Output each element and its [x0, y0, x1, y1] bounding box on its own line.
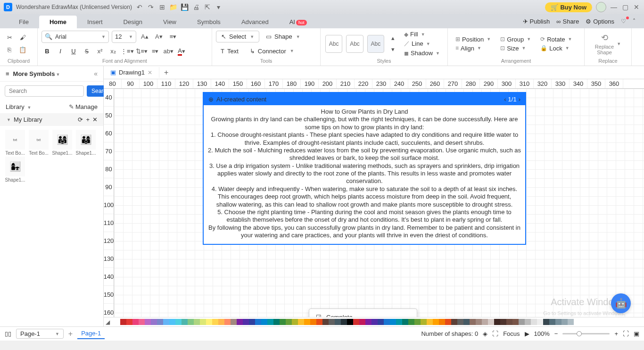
focus-button[interactable]: Focus — [503, 330, 520, 337]
share-button[interactable]: ∞Share — [556, 18, 579, 25]
color-swatch[interactable] — [114, 319, 120, 325]
font-color-icon[interactable]: A▾ — [176, 46, 187, 57]
color-swatch[interactable] — [231, 319, 237, 325]
presentation-icon[interactable]: ▶ — [525, 330, 529, 337]
color-swatch[interactable] — [157, 319, 163, 325]
color-swatch[interactable] — [402, 319, 408, 325]
replace-shape-button[interactable]: ⟲ Replace Shape — [595, 33, 614, 55]
tab-insert[interactable]: Insert — [77, 16, 113, 28]
color-swatch[interactable] — [463, 319, 470, 325]
color-swatch[interactable] — [182, 319, 188, 325]
color-swatch[interactable] — [200, 319, 206, 325]
color-swatch[interactable] — [273, 319, 280, 325]
ai-next-icon[interactable]: › — [519, 96, 520, 103]
document-tab[interactable]: ▣ Drawing1 ✕ — [104, 67, 159, 78]
bold-icon[interactable]: B — [41, 46, 53, 57]
shape-item[interactable]: 👩‍👧Shape1... — [4, 157, 26, 183]
open-icon[interactable]: 📁 — [170, 3, 177, 11]
font-family-select[interactable]: 🔍 ▼ — [41, 31, 109, 43]
lock-button[interactable]: 🔒 Lock▼ — [538, 44, 574, 52]
style-up-icon[interactable]: ▴ — [387, 33, 398, 44]
color-swatch[interactable] — [457, 319, 463, 325]
close-tab-icon[interactable]: ✕ — [148, 69, 152, 76]
color-swatch[interactable] — [145, 319, 151, 325]
tab-design[interactable]: Design — [113, 16, 153, 28]
color-swatch[interactable] — [347, 319, 353, 325]
fill-button[interactable]: ◆ Fill▼ — [402, 30, 442, 38]
color-swatch[interactable] — [451, 319, 457, 325]
fit-icon[interactable]: ⛶ — [492, 330, 498, 337]
color-swatch[interactable] — [549, 319, 555, 325]
color-swatch[interactable] — [286, 319, 292, 325]
color-swatch[interactable] — [421, 319, 427, 325]
text-tool[interactable]: T Text — [216, 46, 243, 57]
collapse-ribbon-icon[interactable]: ˄ — [633, 18, 636, 25]
color-swatch[interactable] — [194, 319, 200, 325]
redo-icon[interactable]: ↷ — [147, 3, 155, 11]
shape-item[interactable]: txtText Bo... — [27, 130, 50, 156]
color-swatch[interactable] — [519, 319, 525, 325]
group-button[interactable]: ⊡ Group▼ — [498, 35, 533, 43]
close-icon[interactable]: ✕ — [633, 3, 640, 11]
new-icon[interactable]: ⊞ — [158, 3, 166, 11]
zoom-in-button[interactable]: + — [614, 330, 618, 337]
export-icon[interactable]: ⇱ — [204, 3, 211, 11]
style-down-icon[interactable]: ▾ — [387, 44, 398, 55]
increase-font-icon[interactable]: A▴ — [139, 31, 150, 42]
page-tab[interactable]: Page-1 — [77, 328, 105, 339]
color-swatch[interactable] — [445, 319, 451, 325]
size-button[interactable]: ⊡ Size▼ — [498, 44, 533, 52]
copy-icon[interactable]: ⎘ — [4, 44, 15, 56]
lib-close-icon[interactable]: ✕ — [92, 116, 98, 123]
zoom-out-button[interactable]: − — [554, 330, 558, 337]
library-dropdown[interactable]: Library ▼ — [6, 103, 31, 110]
zoom-level[interactable]: 100% — [534, 330, 550, 337]
minimize-icon[interactable]: — — [610, 3, 618, 11]
color-swatch[interactable] — [139, 319, 145, 325]
align-icon[interactable]: ≡▾ — [167, 31, 179, 42]
color-swatch[interactable] — [316, 319, 322, 325]
tab-file[interactable]: File — [8, 16, 39, 28]
font-size-select[interactable]: 12▼ — [112, 31, 136, 43]
manage-button[interactable]: ✎ Manage — [69, 103, 98, 110]
select-tool[interactable]: ↖ Select▼ — [216, 31, 259, 42]
style-preset-2[interactable]: Abc — [346, 35, 363, 53]
color-swatch[interactable] — [531, 319, 537, 325]
color-swatch[interactable] — [390, 319, 396, 325]
tab-symbols[interactable]: Symbols — [187, 16, 231, 28]
underline-icon[interactable]: U — [68, 46, 79, 57]
notifications-icon[interactable]: ♡ — [621, 18, 626, 25]
paste-icon[interactable]: 📋 — [17, 44, 28, 56]
shape-item[interactable]: 👨‍👩‍👦Shape1... — [74, 130, 97, 156]
color-swatch[interactable] — [175, 319, 182, 325]
color-swatch[interactable] — [543, 319, 549, 325]
rotate-button[interactable]: ⟳ Rotate▼ — [538, 35, 574, 43]
italic-icon[interactable]: I — [55, 46, 66, 57]
panel-toggle-icon[interactable]: ▣ — [634, 330, 639, 337]
highlight-icon[interactable]: ab▾ — [163, 46, 174, 57]
color-swatch[interactable] — [488, 319, 494, 325]
line-spacing-icon[interactable]: ⇅≡▾ — [136, 46, 148, 57]
color-swatch[interactable] — [561, 319, 568, 325]
my-library-section[interactable]: ▼ My Library ⟳ + ✕ — [0, 113, 103, 126]
color-swatch[interactable] — [482, 319, 488, 325]
color-swatch[interactable] — [433, 319, 439, 325]
shape-item[interactable]: 👨‍👩‍👧Shape1... — [51, 130, 74, 156]
color-swatch[interactable] — [237, 319, 243, 325]
color-swatch[interactable] — [298, 319, 304, 325]
style-preset-1[interactable]: Abc — [325, 35, 342, 53]
color-swatch[interactable] — [476, 319, 482, 325]
superscript-icon[interactable]: x² — [94, 46, 106, 57]
color-swatch[interactable] — [384, 319, 390, 325]
line-button[interactable]: ／ Line▼ — [402, 39, 442, 48]
color-swatch[interactable] — [212, 319, 218, 325]
ai-assistant-button[interactable]: 🤖 — [611, 293, 631, 313]
decrease-font-icon[interactable]: A▾ — [153, 31, 165, 42]
subscript-icon[interactable]: x₂ — [107, 46, 119, 57]
color-swatch[interactable] — [304, 319, 310, 325]
color-swatch[interactable] — [525, 319, 531, 325]
color-swatch[interactable] — [512, 319, 519, 325]
bullet-list-icon[interactable]: ⋮≡▾ — [121, 46, 134, 57]
add-page-button[interactable]: + — [68, 330, 73, 338]
save-icon[interactable]: 💾 — [181, 3, 189, 11]
